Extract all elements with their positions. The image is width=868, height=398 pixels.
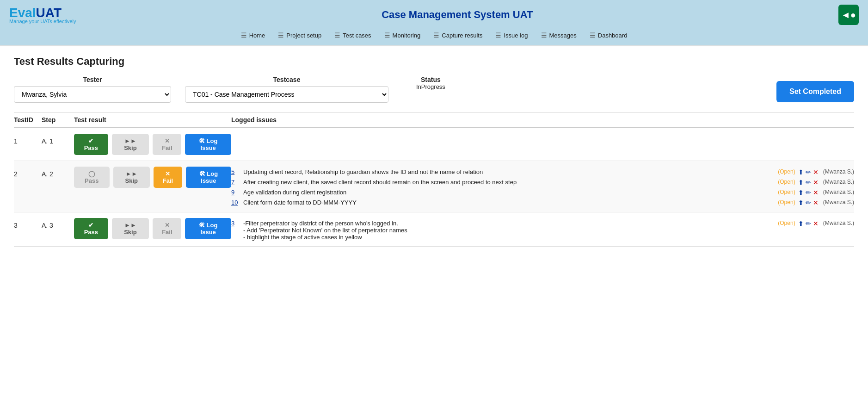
status-label: Status [421,76,441,83]
issue-description: After creating new client, the saved cli… [243,179,775,186]
pass-button[interactable]: ✔ Pass [74,134,108,155]
status-value: InProgress [416,83,445,90]
logo-uat: UAT [36,6,62,20]
cell-issues [231,134,854,136]
cell-test-id: 1 [14,134,42,145]
nav-messages[interactable]: ☰Messages [541,31,577,39]
nav-home-icon: ☰ [241,31,247,39]
log-issue-button[interactable]: 🛠 Log Issue [185,134,231,155]
edit-icon[interactable]: ✏ [806,189,811,196]
logo-eval: Eval [9,6,36,20]
delete-icon[interactable]: ✕ [813,168,819,176]
th-logged-issues: Logged issues [231,116,854,124]
cell-result: ✔ Pass►► Skip✕ Fail🛠 Log Issue [74,134,231,155]
nav-issue-log[interactable]: ☰Issue log [495,31,528,39]
issue-actions: ⬆✏✕ [798,220,819,227]
nav-messages-icon: ☰ [541,31,547,39]
issue-actions: ⬆✏✕ [798,179,819,186]
fail-button[interactable]: ✕ Fail [154,167,182,188]
issue-actions: ⬆✏✕ [798,168,819,176]
issue-tester: (Mwanza S.) [823,199,854,205]
skip-button[interactable]: ►► Skip [113,167,150,188]
issue-actions: ⬆✏✕ [798,189,819,196]
delete-icon[interactable]: ✕ [813,179,819,186]
issue-description: -Filter perpetrator by district of the p… [243,220,775,241]
cell-result: ◯ Pass►► Skip✕ Fail🛠 Log Issue [74,167,231,188]
form-row: Tester Mwanza, Sylvia Testcase TC01 - Ca… [14,76,854,103]
testcase-group: Testcase TC01 - Case Management Process [185,76,388,103]
nav-project-label: Project setup [286,32,321,39]
pass-button[interactable]: ✔ Pass [74,218,108,239]
pass-button[interactable]: ◯ Pass [74,167,110,188]
table-header: TestID Step Test result Logged issues [14,112,854,128]
issue-number[interactable]: 5 [231,168,240,175]
upload-icon[interactable]: ⬆ [798,220,804,227]
issue-actions: ⬆✏✕ [798,199,819,206]
issue-number[interactable]: 9 [231,189,240,196]
upload-icon[interactable]: ⬆ [798,168,804,176]
status-area: Status InProgress [416,76,445,90]
delete-icon[interactable]: ✕ [813,220,819,227]
issue-status: (Open) [778,220,795,226]
nav-test-label: Test cases [343,32,371,39]
nav-messages-label: Messages [549,32,577,39]
table-row: 1A. 1✔ Pass►► Skip✕ Fail🛠 Log Issue [14,128,854,161]
issue-number[interactable]: 3 [231,220,240,227]
cell-step: A. 2 [42,167,74,178]
nav-home[interactable]: ☰Home [241,31,265,39]
page-title: Test Results Capturing [14,56,854,68]
edit-icon[interactable]: ✏ [806,168,811,176]
nav-project-setup[interactable]: ☰Project setup [278,31,321,39]
log-issue-button[interactable]: 🛠 Log Issue [186,167,231,188]
th-test-result: Test result [74,116,231,124]
issue-item: 3-Filter perpetrator by district of the … [231,220,854,241]
edit-icon[interactable]: ✏ [806,199,811,206]
edit-icon[interactable]: ✏ [806,179,811,186]
logo-sub: Manage your UATs effectively [9,19,76,24]
user-avatar[interactable]: ◄● [838,5,859,25]
app-title: Case Management System UAT [76,9,839,21]
issue-status: (Open) [778,168,795,175]
nav-dashboard-icon: ☰ [590,31,596,39]
upload-icon[interactable]: ⬆ [798,179,804,186]
fail-button[interactable]: ✕ Fail [153,218,181,239]
th-test-id: TestID [14,116,42,124]
fail-button[interactable]: ✕ Fail [153,134,181,155]
nav-test-icon: ☰ [334,31,340,39]
skip-button[interactable]: ►► Skip [112,218,149,239]
nav-monitoring-label: Monitoring [393,32,421,39]
delete-icon[interactable]: ✕ [813,189,819,196]
nav-dashboard[interactable]: ☰Dashboard [590,31,628,39]
issue-tester: (Mwanza S.) [823,168,854,175]
log-issue-button[interactable]: 🛠 Log Issue [185,218,231,239]
testcase-label: Testcase [185,76,388,83]
testcase-select[interactable]: TC01 - Case Management Process [185,86,388,103]
edit-icon[interactable]: ✏ [806,220,811,227]
tester-group: Tester Mwanza, Sylvia [14,76,171,103]
logo: EvalUAT Manage your UATs effectively [9,6,76,24]
table-body: 1A. 1✔ Pass►► Skip✕ Fail🛠 Log Issue2A. 2… [14,128,854,247]
issue-item: 9Age validation during client registrati… [231,189,854,196]
issue-number[interactable]: 10 [231,199,240,206]
cell-step: A. 1 [42,134,74,145]
upload-icon[interactable]: ⬆ [798,189,804,196]
nav-dashboard-label: Dashboard [598,32,628,39]
th-step: Step [42,116,74,124]
skip-button[interactable]: ►► Skip [112,134,149,155]
nav-capture-results[interactable]: ☰Capture results [433,31,482,39]
issue-tester: (Mwanza S.) [823,179,854,185]
cell-result: ✔ Pass►► Skip✕ Fail🛠 Log Issue [74,218,231,239]
nav-monitoring[interactable]: ☰Monitoring [384,31,421,39]
set-completed-button[interactable]: Set Completed [776,81,854,102]
issue-number[interactable]: 7 [231,179,240,186]
tester-select[interactable]: Mwanza, Sylvia [14,86,171,103]
issue-tester: (Mwanza S.) [823,220,854,226]
issue-item: 7After creating new client, the saved cl… [231,179,854,186]
nav-test-cases[interactable]: ☰Test cases [334,31,371,39]
cell-issues: 5Updating client record, Relationship to… [231,167,854,206]
issue-status: (Open) [778,179,795,185]
issue-description: Client form date format to DD-MMM-YYYY [243,199,775,206]
upload-icon[interactable]: ⬆ [798,199,804,206]
table-row: 2A. 2◯ Pass►► Skip✕ Fail🛠 Log Issue5Upda… [14,161,854,212]
delete-icon[interactable]: ✕ [813,199,819,206]
